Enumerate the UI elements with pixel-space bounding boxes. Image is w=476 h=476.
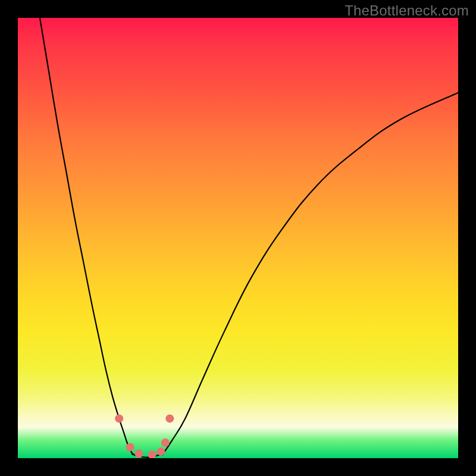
chart-frame: TheBottleneck.com xyxy=(0,0,476,476)
data-marker xyxy=(157,447,165,456)
data-marker xyxy=(165,414,174,422)
plot-area xyxy=(18,18,458,458)
bottleneck-curve xyxy=(40,18,458,458)
watermark-text: TheBottleneck.com xyxy=(345,2,469,19)
data-marker xyxy=(126,443,134,452)
chart-svg xyxy=(18,18,458,458)
data-marker xyxy=(148,450,156,458)
data-marker xyxy=(135,450,143,458)
data-marker xyxy=(161,439,170,447)
curve-group xyxy=(40,18,458,458)
data-marker xyxy=(115,414,123,422)
markers-group xyxy=(115,414,174,458)
